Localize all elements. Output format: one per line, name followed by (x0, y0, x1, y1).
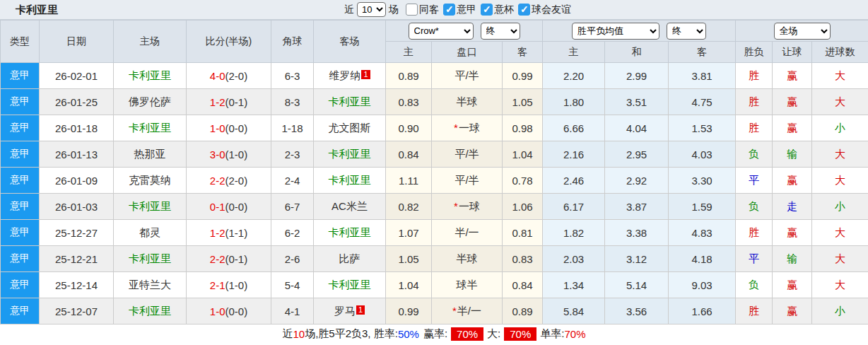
header-home: 主场 (114, 21, 187, 63)
away-team-cell: 卡利亚里 (314, 272, 386, 298)
avg-home-odds: 5.84 (543, 298, 605, 324)
matches-table: 类型 日期 主场 比分(半场) 角球 客场 Crow* 终 胜平负均值 终 全场 (0, 20, 868, 324)
fulltime-score: 2-2 (210, 175, 225, 187)
away-team-cell: 比萨 (314, 246, 386, 272)
avg-away-odds: 4.75 (669, 89, 736, 115)
avg-draw-odds: 2.95 (605, 141, 669, 168)
avg-away-odds: 1.59 (669, 194, 736, 220)
result-goals-cell: 大 (812, 220, 868, 246)
filter-checkbox[interactable] (481, 4, 493, 16)
header-result-wdl: 胜负 (736, 42, 773, 63)
handicap-line-cell: 平/半 (432, 141, 503, 168)
league-cell: 意甲 (1, 141, 40, 168)
filter-label: 球会友谊 (532, 4, 571, 16)
header-away: 客场 (314, 21, 386, 63)
away-team-cell: AC米兰 (314, 194, 386, 220)
handicap-line-cell: 半球 (432, 246, 503, 272)
halftime-score: (0-1) (225, 253, 248, 265)
handicap-star: * (452, 305, 457, 317)
avg-away-odds: 3.81 (669, 63, 736, 89)
score-cell: 2-1(1-0) (187, 272, 271, 298)
handicap-star: * (454, 122, 458, 134)
filter-controls: 近 10 场 同客意甲意杯球会友谊 (344, 0, 571, 19)
result-goals-cell: 大 (812, 141, 868, 168)
corners-cell: 6-3 (271, 63, 314, 89)
result-handicap-cell: 赢 (773, 89, 812, 115)
league-cell: 意甲 (1, 246, 40, 272)
handicap-home-odds: 1.05 (386, 246, 432, 272)
red-card-badge: 1 (356, 305, 365, 315)
header-result-goals: 进球数 (812, 42, 868, 63)
date-cell: 26-01-25 (40, 89, 114, 115)
corners-cell: 8-3 (271, 89, 314, 115)
handicap-away-odds: 0.81 (503, 220, 543, 246)
match-scope-select[interactable]: 全场 (774, 23, 831, 40)
filter-checkbox[interactable] (518, 4, 530, 16)
handicap-line-cell: 半球 (432, 89, 503, 115)
result-wdl-cell: 平 (736, 168, 773, 194)
table-row: 意甲 26-01-03 卡利亚里 0-1(0-0) 6-7 AC米兰 0.82 … (1, 194, 868, 220)
score-cell: 2-2(2-0) (187, 168, 271, 194)
halftime-score: (0-0) (225, 201, 248, 213)
result-wdl-cell: 胜 (736, 89, 773, 115)
filter-item: 意杯 (481, 4, 514, 16)
halftime-score: (1-0) (225, 279, 248, 291)
filter-checkbox[interactable] (406, 4, 418, 16)
result-goals-cell: 小 (812, 115, 868, 141)
avg-away-odds: 9.03 (669, 272, 736, 298)
header-type: 类型 (1, 21, 40, 63)
date-cell: 25-12-07 (40, 298, 114, 324)
table-row: 意甲 26-02-01 卡利亚里 4-0(2-0) 6-3 维罗纳1 0.89 … (1, 63, 868, 89)
table-row: 意甲 26-01-13 热那亚 3-0(1-0) 2-3 卡利亚里 0.84 平… (1, 141, 868, 168)
corners-cell: 5-4 (271, 272, 314, 298)
corners-cell: 2-3 (271, 141, 314, 168)
away-team-cell: 卡利亚里 (314, 220, 386, 246)
result-goals-cell: 大 (812, 246, 868, 272)
odds-company-select[interactable]: Crow* (409, 23, 474, 40)
halftime-score: (2-0) (225, 175, 248, 187)
recent-label: 近 (344, 4, 354, 16)
header-result-handicap: 让球 (773, 42, 812, 63)
filter-checkbox[interactable] (443, 4, 455, 16)
handicap-line-cell: 球半 (432, 272, 503, 298)
fulltime-score: 1-0 (210, 122, 225, 134)
handicap-away-odds: 1.04 (503, 141, 543, 168)
away-team-cell: 卡利亚里 (314, 141, 386, 168)
fulltime-score: 3-0 (210, 148, 225, 160)
home-team-cell: 卡利亚里 (114, 115, 187, 141)
result-handicap-cell: 走 (773, 194, 812, 220)
header-avg-home: 主 (543, 42, 605, 63)
avg-odds-select[interactable]: 胜平负均值 (572, 23, 659, 40)
handicap-home-odds: 0.84 (386, 141, 432, 168)
handicap-away-odds: 0.99 (503, 63, 543, 89)
odds-time-select[interactable]: 终 (481, 23, 520, 40)
home-team-cell: 卡利亚里 (114, 246, 187, 272)
halftime-score: (2-0) (225, 70, 248, 82)
handicap-line-cell: 平/半 (432, 63, 503, 89)
score-cell: 4-0(2-0) (187, 63, 271, 89)
halftime-score: (1-1) (225, 227, 248, 239)
table-row: 意甲 26-01-25 佛罗伦萨 1-2(0-1) 8-3 卡利亚里 0.83 … (1, 89, 868, 115)
league-cell: 意甲 (1, 89, 40, 115)
fulltime-score: 0-1 (210, 201, 225, 213)
handicap-home-odds: 0.89 (386, 63, 432, 89)
page-title: 卡利亚里 (16, 0, 58, 19)
table-row: 意甲 26-01-18 卡利亚里 1-0(0-0) 1-18 尤文图斯 0.90… (1, 115, 868, 141)
result-wdl-cell: 平 (736, 246, 773, 272)
halftime-score: (0-0) (225, 122, 248, 134)
halftime-score: (0-1) (225, 96, 248, 108)
handicap-away-odds: 0.89 (503, 298, 543, 324)
fulltime-score: 1-2 (210, 96, 225, 108)
recent-count-select[interactable]: 10 (357, 2, 386, 17)
result-wdl-cell: 胜 (736, 220, 773, 246)
corners-cell: 1-18 (271, 115, 314, 141)
avg-time-select[interactable]: 终 (667, 23, 706, 40)
matches-label: 场 (389, 4, 399, 16)
avg-away-odds: 4.83 (669, 220, 736, 246)
handicap-line-cell: 半/一 (432, 220, 503, 246)
result-handicap-cell: 输 (773, 141, 812, 168)
filter-label: 意杯 (494, 4, 514, 16)
result-wdl-cell: 负 (736, 194, 773, 220)
home-team-cell: 佛罗伦萨 (114, 89, 187, 115)
avg-draw-odds: 2.92 (605, 168, 669, 194)
